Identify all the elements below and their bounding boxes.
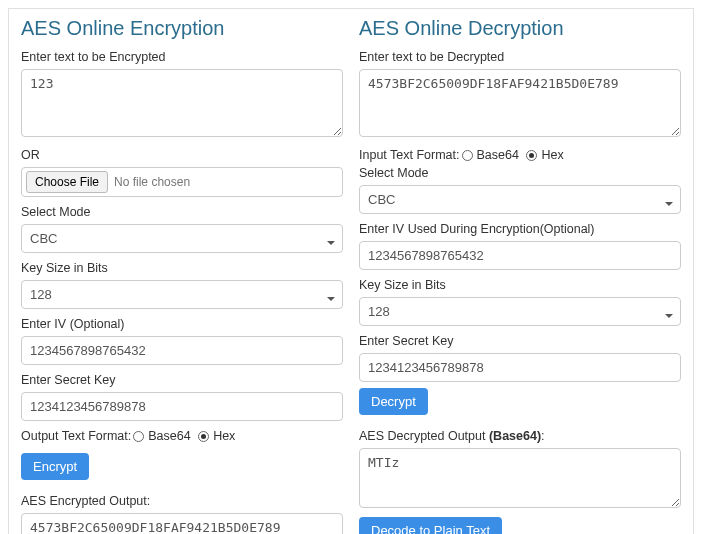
dec-input-label: Enter text to be Decrypted: [359, 50, 681, 64]
dec-output-label-bold: (Base64): [489, 429, 541, 443]
dec-secret-label: Enter Secret Key: [359, 334, 681, 348]
dec-radio-hex-label: Hex: [541, 148, 563, 162]
enc-or-label: OR: [21, 148, 343, 162]
enc-keysize-select[interactable]: 128: [21, 280, 343, 309]
dec-radio-base64-label: Base64: [477, 148, 519, 162]
enc-radio-hex[interactable]: [198, 431, 209, 442]
enc-radio-base64[interactable]: [133, 431, 144, 442]
decrypt-button[interactable]: Decrypt: [359, 388, 428, 415]
dec-input-textarea[interactable]: 4573BF2C65009DF18FAF9421B5D0E789: [359, 69, 681, 137]
dec-radio-base64[interactable]: [462, 150, 473, 161]
dec-output-label: AES Decrypted Output (Base64):: [359, 429, 681, 443]
dec-input-format-label: Input Text Format:: [359, 148, 460, 162]
enc-keysize-label: Key Size in Bits: [21, 261, 343, 275]
app-container: AES Online Encryption Enter text to be E…: [8, 8, 694, 534]
dec-output-textarea[interactable]: MTIz: [359, 448, 681, 508]
enc-secret-input[interactable]: [21, 392, 343, 421]
encryption-panel: AES Online Encryption Enter text to be E…: [21, 17, 343, 534]
enc-iv-input[interactable]: [21, 336, 343, 365]
decryption-panel: AES Online Decryption Enter text to be D…: [359, 17, 681, 534]
choose-file-button[interactable]: Choose File: [26, 171, 108, 193]
encryption-title: AES Online Encryption: [21, 17, 343, 40]
enc-output-label: AES Encrypted Output:: [21, 494, 343, 508]
enc-radio-hex-label: Hex: [213, 429, 235, 443]
dec-mode-label: Select Mode: [359, 166, 681, 180]
dec-output-label-prefix: AES Decrypted Output: [359, 429, 489, 443]
dec-radio-hex[interactable]: [526, 150, 537, 161]
enc-file-row: Choose File No file chosen: [21, 167, 343, 197]
dec-keysize-select[interactable]: 128: [359, 297, 681, 326]
enc-output-format-label: Output Text Format:: [21, 429, 131, 443]
enc-input-textarea[interactable]: 123: [21, 69, 343, 137]
dec-secret-input[interactable]: [359, 353, 681, 382]
enc-secret-label: Enter Secret Key: [21, 373, 343, 387]
enc-radio-base64-label: Base64: [148, 429, 190, 443]
dec-keysize-label: Key Size in Bits: [359, 278, 681, 292]
enc-output-format-row: Output Text Format: Base64 Hex: [21, 429, 343, 443]
dec-iv-input[interactable]: [359, 241, 681, 270]
enc-output-textarea[interactable]: 4573BF2C65009DF18FAF9421B5D0E789: [21, 513, 343, 534]
decode-button[interactable]: Decode to Plain Text: [359, 517, 502, 534]
enc-input-label: Enter text to be Encrypted: [21, 50, 343, 64]
dec-iv-label: Enter IV Used During Encryption(Optional…: [359, 222, 681, 236]
dec-mode-select[interactable]: CBC: [359, 185, 681, 214]
encrypt-button[interactable]: Encrypt: [21, 453, 89, 480]
enc-mode-select[interactable]: CBC: [21, 224, 343, 253]
no-file-text: No file chosen: [114, 175, 190, 189]
dec-input-format-row: Input Text Format: Base64 Hex: [359, 148, 681, 162]
decryption-title: AES Online Decryption: [359, 17, 681, 40]
enc-mode-label: Select Mode: [21, 205, 343, 219]
enc-iv-label: Enter IV (Optional): [21, 317, 343, 331]
dec-output-label-suffix: :: [541, 429, 544, 443]
